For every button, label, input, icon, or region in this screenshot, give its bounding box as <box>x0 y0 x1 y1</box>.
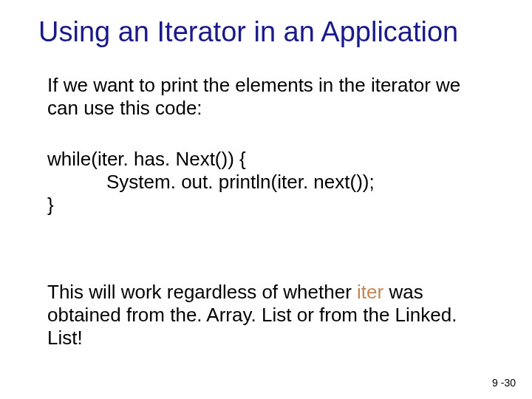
code-line-2: System. out. println(iter. next()); <box>106 171 375 193</box>
code-line-3: } <box>47 194 54 216</box>
intro-text: If we want to print the elements in the … <box>47 74 488 120</box>
slide: Using an Iterator in an Application If w… <box>0 0 532 399</box>
code-line-1: while(iter. has. Next()) { <box>47 148 246 170</box>
outro-highlight-iter: iter <box>357 281 383 303</box>
code-block: while(iter. has. Next()) { System. out. … <box>47 148 488 217</box>
outro-part1: This will work regardless of whether <box>47 281 357 303</box>
outro-text: This will work regardless of whether ite… <box>47 281 488 350</box>
page-number: 9 -30 <box>492 377 516 389</box>
slide-title: Using an Iterator in an Application <box>38 16 502 49</box>
